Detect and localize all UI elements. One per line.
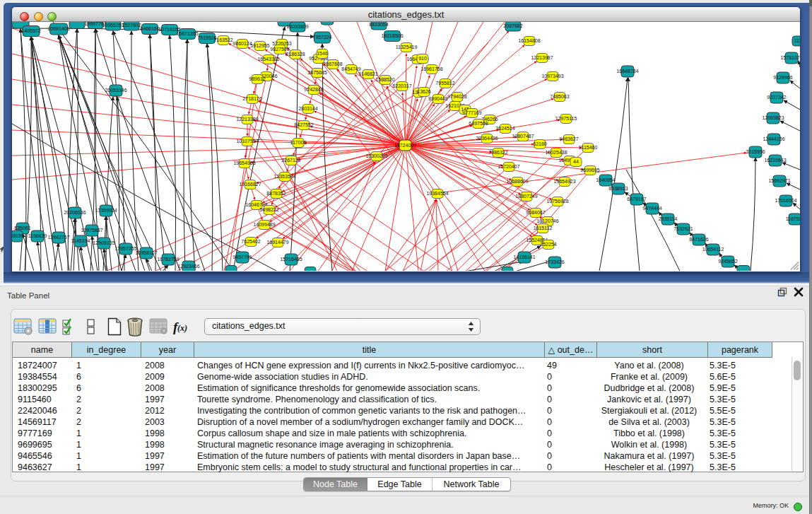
svg-text:19756928: 19756928 (546, 199, 568, 204)
svg-text:12975115: 12975115 (555, 116, 577, 121)
svg-text:2087682: 2087682 (503, 23, 522, 28)
svg-text:1145194: 1145194 (71, 238, 90, 243)
svg-text:10688609: 10688609 (506, 179, 528, 184)
svg-text:9463627: 9463627 (559, 136, 578, 141)
svg-text:12923466: 12923466 (177, 264, 199, 269)
svg-text:19166827: 19166827 (239, 182, 261, 187)
svg-text:7357224: 7357224 (312, 35, 331, 40)
svg-text:9146821: 9146821 (358, 71, 377, 76)
svg-text:5912955: 5912955 (250, 43, 269, 48)
svg-text:16543382: 16543382 (257, 57, 279, 62)
svg-text:9474444: 9474444 (642, 206, 661, 211)
svg-text:2935114: 2935114 (659, 216, 678, 221)
svg-text:10973493: 10973493 (541, 74, 563, 78)
svg-text:16961758: 16961758 (420, 66, 442, 71)
svg-text:15692971: 15692971 (768, 178, 790, 183)
svg-text:8990448: 8990448 (428, 96, 447, 101)
svg-text:3267130: 3267130 (281, 158, 300, 163)
svg-text:9827509: 9827509 (270, 47, 289, 52)
svg-text:10807487: 10807487 (512, 134, 534, 139)
svg-text:8813054: 8813054 (369, 22, 388, 27)
svg-text:44: 44 (573, 159, 579, 164)
svg-text:5498222: 5498222 (259, 207, 278, 212)
svg-text:17359924: 17359924 (95, 208, 117, 213)
svg-text:1588520: 1588520 (375, 77, 394, 82)
svg-text:1112: 1112 (794, 38, 800, 43)
svg-text:12093823: 12093823 (762, 115, 784, 120)
svg-text:20053346: 20053346 (105, 88, 126, 93)
svg-text:12444156: 12444156 (763, 136, 784, 141)
svg-text:11325419: 11325419 (396, 45, 418, 49)
svg-text:9115460: 9115460 (579, 145, 598, 150)
svg-text:15720407: 15720407 (498, 164, 519, 169)
svg-text:7485063: 7485063 (550, 94, 569, 99)
svg-text:3875685: 3875685 (307, 70, 326, 75)
svg-text:16154808: 16154808 (518, 38, 540, 43)
svg-text:10655267: 10655267 (102, 23, 124, 28)
svg-text:8454749: 8454749 (341, 66, 360, 71)
svg-text:10958107: 10958107 (135, 250, 157, 255)
svg-text:1405572: 1405572 (21, 28, 40, 33)
svg-text:9699695: 9699695 (580, 168, 599, 173)
svg-text:12505135: 12505135 (93, 240, 114, 245)
svg-text:2803144: 2803144 (298, 106, 317, 111)
svg-text:1527602: 1527602 (122, 23, 141, 28)
svg-text:6497568: 6497568 (469, 121, 488, 126)
svg-text:7625402: 7625402 (241, 239, 260, 244)
svg-text:12353594: 12353594 (273, 174, 295, 179)
svg-text:3624514: 3624514 (495, 126, 514, 131)
svg-text:9777169: 9777169 (462, 110, 481, 115)
svg-text:20691406: 20691406 (47, 26, 69, 31)
svg-text:9242848: 9242848 (304, 87, 323, 92)
svg-text:6879197: 6879197 (627, 197, 646, 201)
svg-text:9084067: 9084067 (526, 210, 545, 215)
svg-text:1615112: 1615112 (534, 226, 553, 230)
svg-text:16033809: 16033809 (286, 24, 308, 29)
svg-text:16210643: 16210643 (764, 158, 786, 163)
svg-text:15751074: 15751074 (780, 55, 800, 60)
svg-text:8938913: 8938913 (608, 186, 628, 191)
svg-text:252254: 252254 (540, 242, 556, 247)
svg-text:2718176: 2718176 (242, 96, 261, 101)
svg-text:8471626: 8471626 (689, 237, 708, 242)
svg-text:10654112: 10654112 (702, 247, 724, 252)
svg-text:2867608: 2867608 (323, 62, 342, 66)
svg-text:1733426: 1733426 (545, 259, 564, 264)
svg-text:7163522: 7163522 (213, 37, 233, 42)
svg-text:18807249: 18807249 (515, 194, 537, 199)
svg-text:17957255: 17957255 (114, 246, 136, 251)
svg-text:13626: 13626 (417, 89, 431, 94)
svg-text:835061: 835061 (14, 226, 30, 230)
svg-text:117006: 117006 (290, 140, 307, 145)
svg-text:8427552: 8427552 (294, 122, 313, 127)
svg-text:19384554: 19384554 (426, 191, 448, 196)
svg-text:16120746: 16120746 (536, 218, 558, 223)
svg-text:19654965: 19654965 (233, 160, 255, 165)
svg-text:20364436: 20364436 (476, 136, 498, 141)
svg-text:9860124: 9860124 (233, 41, 252, 46)
svg-text:18300295: 18300295 (365, 153, 387, 158)
svg-text:12213987: 12213987 (531, 55, 553, 60)
svg-text:9227342: 9227342 (767, 95, 786, 100)
svg-text:10975887: 10975887 (81, 228, 102, 233)
svg-text:39159: 39159 (12, 233, 24, 238)
svg-text:910: 910 (418, 56, 427, 61)
svg-text:17016504: 17016504 (775, 198, 796, 203)
svg-text:9129966: 9129966 (773, 75, 792, 80)
svg-text:16671355: 16671355 (176, 31, 198, 36)
svg-text:8878352: 8878352 (266, 191, 286, 196)
svg-text:10025438: 10025438 (545, 150, 567, 155)
svg-text:3215956: 3215956 (746, 149, 765, 154)
svg-text:9245652: 9245652 (718, 259, 737, 264)
svg-text:989612: 989612 (249, 76, 265, 81)
svg-text:15716485: 15716485 (280, 257, 302, 262)
svg-text:12942757: 12942757 (47, 235, 69, 240)
svg-text:19654923: 19654923 (553, 179, 575, 184)
svg-text:20206536: 20206536 (64, 210, 86, 215)
svg-text:7632621: 7632621 (673, 226, 693, 231)
svg-text:1167533: 1167533 (786, 216, 800, 221)
svg-text:9457791: 9457791 (233, 255, 252, 259)
svg-text:18724007: 18724007 (394, 143, 416, 148)
svg-text:16648784: 16648784 (616, 69, 638, 74)
svg-text:12213389: 12213389 (236, 117, 258, 122)
